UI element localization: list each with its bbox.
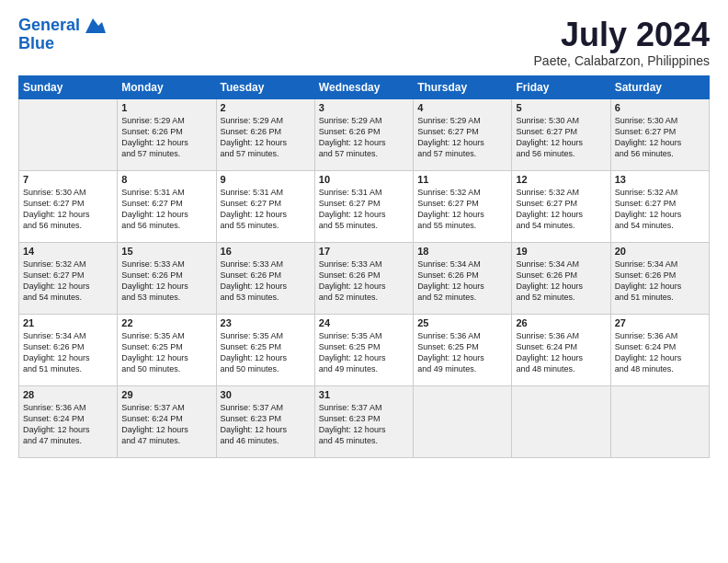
day-number: 2 (221, 102, 311, 113)
header-monday: Monday (118, 75, 216, 98)
day-info: Sunrise: 5:30 AM Sunset: 6:27 PM Dayligh… (615, 115, 705, 160)
table-cell: 6Sunrise: 5:30 AM Sunset: 6:27 PM Daylig… (610, 98, 709, 170)
day-info: Sunrise: 5:36 AM Sunset: 6:24 PM Dayligh… (516, 330, 606, 375)
table-cell: 27Sunrise: 5:36 AM Sunset: 6:24 PM Dayli… (610, 314, 709, 385)
day-number: 31 (319, 389, 409, 400)
day-info: Sunrise: 5:33 AM Sunset: 6:26 PM Dayligh… (121, 259, 211, 304)
day-number: 12 (516, 174, 606, 185)
day-info: Sunrise: 5:37 AM Sunset: 6:23 PM Dayligh… (221, 402, 311, 447)
table-row: 21Sunrise: 5:34 AM Sunset: 6:26 PM Dayli… (19, 314, 710, 385)
table-cell: 23Sunrise: 5:35 AM Sunset: 6:25 PM Dayli… (216, 314, 314, 385)
table-cell (610, 385, 709, 457)
table-row: 14Sunrise: 5:32 AM Sunset: 6:27 PM Dayli… (19, 242, 710, 314)
table-cell: 13Sunrise: 5:32 AM Sunset: 6:27 PM Dayli… (610, 170, 709, 242)
table-cell: 4Sunrise: 5:29 AM Sunset: 6:27 PM Daylig… (414, 98, 512, 170)
table-cell: 3Sunrise: 5:29 AM Sunset: 6:26 PM Daylig… (314, 98, 413, 170)
day-info: Sunrise: 5:37 AM Sunset: 6:23 PM Dayligh… (319, 402, 409, 447)
logo: General Blue (18, 17, 107, 53)
table-cell: 7Sunrise: 5:30 AM Sunset: 6:27 PM Daylig… (19, 170, 118, 242)
day-info: Sunrise: 5:32 AM Sunset: 6:27 PM Dayligh… (516, 187, 606, 232)
table-cell: 17Sunrise: 5:33 AM Sunset: 6:26 PM Dayli… (314, 242, 413, 314)
svg-marker-0 (85, 18, 106, 33)
calendar: Sunday Monday Tuesday Wednesday Thursday… (18, 75, 710, 458)
day-info: Sunrise: 5:36 AM Sunset: 6:24 PM Dayligh… (615, 330, 705, 375)
day-number: 22 (121, 317, 211, 328)
table-cell (414, 385, 512, 457)
location: Paete, Calabarzon, Philippines (534, 53, 710, 68)
table-cell: 19Sunrise: 5:34 AM Sunset: 6:26 PM Dayli… (512, 242, 610, 314)
day-number: 19 (516, 246, 606, 257)
day-info: Sunrise: 5:31 AM Sunset: 6:27 PM Dayligh… (319, 187, 409, 232)
header-wednesday: Wednesday (314, 75, 413, 98)
day-number: 13 (615, 174, 705, 185)
day-info: Sunrise: 5:34 AM Sunset: 6:26 PM Dayligh… (23, 330, 113, 375)
day-number: 27 (615, 317, 705, 328)
table-cell: 9Sunrise: 5:31 AM Sunset: 6:27 PM Daylig… (216, 170, 314, 242)
day-info: Sunrise: 5:30 AM Sunset: 6:27 PM Dayligh… (23, 187, 113, 232)
header-saturday: Saturday (610, 75, 709, 98)
day-number: 28 (23, 389, 113, 400)
day-info: Sunrise: 5:32 AM Sunset: 6:27 PM Dayligh… (417, 187, 507, 232)
day-number: 23 (221, 317, 311, 328)
table-cell: 10Sunrise: 5:31 AM Sunset: 6:27 PM Dayli… (314, 170, 413, 242)
table-cell: 18Sunrise: 5:34 AM Sunset: 6:26 PM Dayli… (414, 242, 512, 314)
day-number: 14 (23, 246, 113, 257)
day-info: Sunrise: 5:34 AM Sunset: 6:26 PM Dayligh… (516, 259, 606, 304)
day-info: Sunrise: 5:30 AM Sunset: 6:27 PM Dayligh… (516, 115, 606, 160)
table-row: 28Sunrise: 5:36 AM Sunset: 6:24 PM Dayli… (19, 385, 710, 457)
day-number: 20 (615, 246, 705, 257)
table-cell: 2Sunrise: 5:29 AM Sunset: 6:26 PM Daylig… (216, 98, 314, 170)
table-cell: 1Sunrise: 5:29 AM Sunset: 6:26 PM Daylig… (118, 98, 216, 170)
table-row: 1Sunrise: 5:29 AM Sunset: 6:26 PM Daylig… (19, 98, 710, 170)
table-cell (512, 385, 610, 457)
day-number: 18 (417, 246, 507, 257)
day-number: 7 (23, 174, 113, 185)
day-info: Sunrise: 5:29 AM Sunset: 6:26 PM Dayligh… (121, 115, 211, 160)
day-info: Sunrise: 5:36 AM Sunset: 6:24 PM Dayligh… (23, 402, 113, 447)
table-cell: 25Sunrise: 5:36 AM Sunset: 6:25 PM Dayli… (414, 314, 512, 385)
table-cell (19, 98, 118, 170)
day-info: Sunrise: 5:36 AM Sunset: 6:25 PM Dayligh… (417, 330, 507, 375)
table-cell: 8Sunrise: 5:31 AM Sunset: 6:27 PM Daylig… (118, 170, 216, 242)
table-cell: 12Sunrise: 5:32 AM Sunset: 6:27 PM Dayli… (512, 170, 610, 242)
day-number: 3 (319, 102, 409, 113)
table-cell: 5Sunrise: 5:30 AM Sunset: 6:27 PM Daylig… (512, 98, 610, 170)
day-info: Sunrise: 5:34 AM Sunset: 6:26 PM Dayligh… (417, 259, 507, 304)
day-info: Sunrise: 5:33 AM Sunset: 6:26 PM Dayligh… (319, 259, 409, 304)
table-cell: 24Sunrise: 5:35 AM Sunset: 6:25 PM Dayli… (314, 314, 413, 385)
day-number: 4 (417, 102, 507, 113)
day-info: Sunrise: 5:37 AM Sunset: 6:24 PM Dayligh… (121, 402, 211, 447)
logo-general: General (18, 16, 80, 34)
day-info: Sunrise: 5:34 AM Sunset: 6:26 PM Dayligh… (615, 259, 705, 304)
day-number: 17 (319, 246, 409, 257)
day-number: 11 (417, 174, 507, 185)
header-tuesday: Tuesday (216, 75, 314, 98)
day-number: 8 (121, 174, 211, 185)
day-info: Sunrise: 5:32 AM Sunset: 6:27 PM Dayligh… (23, 259, 113, 304)
page: General Blue July 2024 Paete, Calabarzon… (0, 0, 728, 563)
title-area: July 2024 Paete, Calabarzon, Philippines (534, 17, 710, 68)
day-number: 25 (417, 317, 507, 328)
table-row: 7Sunrise: 5:30 AM Sunset: 6:27 PM Daylig… (19, 170, 710, 242)
day-number: 1 (121, 102, 211, 113)
day-number: 9 (221, 174, 311, 185)
day-info: Sunrise: 5:29 AM Sunset: 6:27 PM Dayligh… (417, 115, 507, 160)
day-info: Sunrise: 5:32 AM Sunset: 6:27 PM Dayligh… (615, 187, 705, 232)
day-info: Sunrise: 5:29 AM Sunset: 6:26 PM Dayligh… (221, 115, 311, 160)
table-cell: 30Sunrise: 5:37 AM Sunset: 6:23 PM Dayli… (216, 385, 314, 457)
day-info: Sunrise: 5:33 AM Sunset: 6:26 PM Dayligh… (221, 259, 311, 304)
logo-blue: Blue (18, 35, 107, 53)
table-cell: 29Sunrise: 5:37 AM Sunset: 6:24 PM Dayli… (118, 385, 216, 457)
header: General Blue July 2024 Paete, Calabarzon… (18, 17, 710, 68)
day-info: Sunrise: 5:35 AM Sunset: 6:25 PM Dayligh… (121, 330, 211, 375)
day-number: 26 (516, 317, 606, 328)
day-info: Sunrise: 5:31 AM Sunset: 6:27 PM Dayligh… (121, 187, 211, 232)
logo-text: General (18, 17, 107, 35)
table-cell: 20Sunrise: 5:34 AM Sunset: 6:26 PM Dayli… (610, 242, 709, 314)
table-cell: 31Sunrise: 5:37 AM Sunset: 6:23 PM Dayli… (314, 385, 413, 457)
table-cell: 15Sunrise: 5:33 AM Sunset: 6:26 PM Dayli… (118, 242, 216, 314)
table-cell: 26Sunrise: 5:36 AM Sunset: 6:24 PM Dayli… (512, 314, 610, 385)
table-cell: 28Sunrise: 5:36 AM Sunset: 6:24 PM Dayli… (19, 385, 118, 457)
day-info: Sunrise: 5:35 AM Sunset: 6:25 PM Dayligh… (319, 330, 409, 375)
day-number: 29 (121, 389, 211, 400)
